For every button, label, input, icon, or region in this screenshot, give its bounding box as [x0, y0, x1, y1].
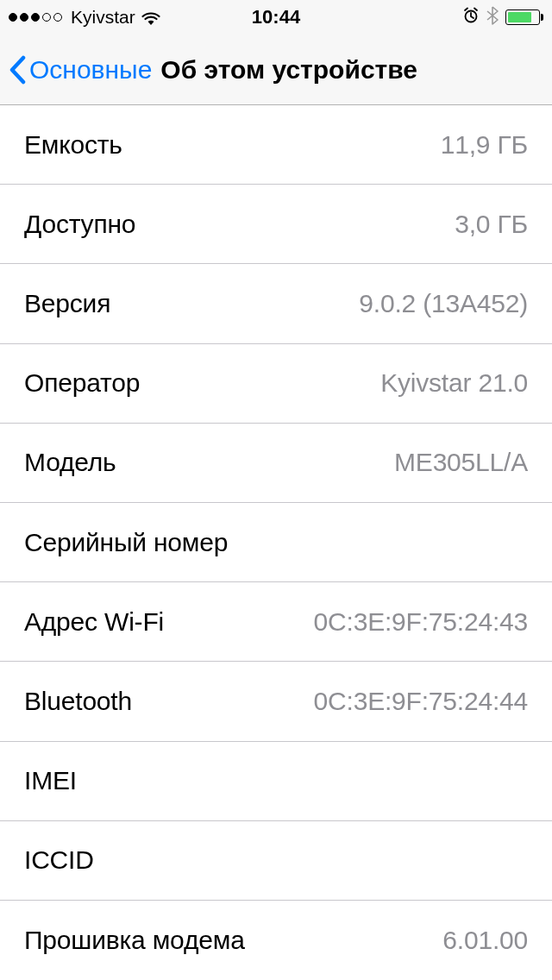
row-imei[interactable]: IMEI — [0, 742, 552, 821]
row-label: IMEI — [24, 766, 77, 795]
settings-list: Емкость 11,9 ГБ Доступно 3,0 ГБ Версия 9… — [0, 105, 552, 980]
row-label: Оператор — [24, 368, 140, 398]
bluetooth-icon — [486, 6, 499, 29]
status-time: 10:44 — [252, 6, 300, 28]
row-wifi-address[interactable]: Адрес Wi-Fi 0C:3E:9F:75:24:43 — [0, 582, 552, 662]
status-right — [462, 6, 543, 29]
row-serial[interactable]: Серийный номер — [0, 503, 552, 582]
wifi-icon — [141, 9, 161, 25]
carrier-label: Kyivstar — [71, 7, 135, 28]
row-capacity[interactable]: Емкость 11,9 ГБ — [0, 105, 552, 185]
status-left: Kyivstar — [9, 7, 161, 28]
row-value: Kyivstar 21.0 — [380, 368, 528, 398]
row-carrier[interactable]: Оператор Kyivstar 21.0 — [0, 344, 552, 424]
page-title: Об этом устройстве — [160, 55, 417, 85]
chevron-left-icon — [9, 55, 26, 85]
row-value: 11,9 ГБ — [441, 130, 528, 160]
back-button[interactable]: Основные — [9, 55, 152, 85]
row-value: 6.01.00 — [442, 926, 528, 955]
row-label: Bluetooth — [24, 687, 132, 716]
row-value: 0C:3E:9F:75:24:43 — [314, 607, 528, 637]
row-label: Прошивка модема — [24, 926, 245, 955]
row-model[interactable]: Модель ME305LL/A — [0, 424, 552, 503]
row-label: Модель — [24, 448, 116, 477]
row-value: 0C:3E:9F:75:24:44 — [314, 687, 528, 716]
row-bluetooth[interactable]: Bluetooth 0C:3E:9F:75:24:44 — [0, 662, 552, 741]
row-label: Версия — [24, 289, 110, 318]
row-label: Серийный номер — [24, 528, 228, 557]
row-value: ME305LL/A — [394, 448, 528, 477]
battery-icon — [505, 9, 543, 25]
signal-strength-icon — [9, 13, 62, 22]
row-value: 3,0 ГБ — [455, 210, 528, 239]
row-label: Емкость — [24, 130, 122, 160]
back-label: Основные — [29, 55, 152, 85]
row-label: Адрес Wi-Fi — [24, 607, 164, 637]
alarm-icon — [462, 7, 480, 28]
row-version[interactable]: Версия 9.0.2 (13A452) — [0, 264, 552, 343]
row-value: 9.0.2 (13A452) — [359, 289, 528, 318]
navigation-bar: Основные Об этом устройстве — [0, 35, 552, 105]
row-available[interactable]: Доступно 3,0 ГБ — [0, 185, 552, 264]
row-modem-firmware[interactable]: Прошивка модема 6.01.00 — [0, 901, 552, 980]
row-label: ICCID — [24, 845, 94, 875]
status-bar: Kyivstar 10:44 — [0, 0, 552, 35]
row-iccid[interactable]: ICCID — [0, 821, 552, 901]
row-label: Доступно — [24, 210, 135, 239]
